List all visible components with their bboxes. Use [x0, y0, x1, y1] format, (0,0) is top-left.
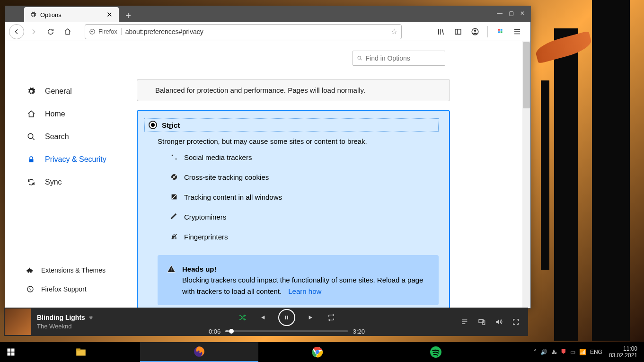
find-in-options-input[interactable] — [366, 54, 441, 62]
app-menu-button[interactable] — [510, 24, 525, 39]
svg-rect-5 — [498, 29, 500, 31]
sidebar-item-search[interactable]: Search — [26, 125, 128, 148]
tray-volume-icon[interactable]: 🔊 — [540, 349, 547, 355]
shuffle-button[interactable] — [238, 314, 246, 321]
svg-point-16 — [172, 155, 173, 156]
svg-rect-1 — [455, 29, 461, 34]
tray-battery-icon[interactable]: ▭ — [570, 349, 575, 355]
svg-line-10 — [361, 59, 362, 61]
tray-network-icon[interactable]: 🖧 — [551, 349, 557, 355]
sidebar-extensions-themes[interactable]: Extensions & Themes — [26, 261, 128, 280]
volume-button[interactable] — [495, 318, 503, 326]
devices-button[interactable] — [478, 318, 485, 326]
block-item-label: Fingerprinters — [184, 233, 228, 241]
close-window-button[interactable]: ✕ — [517, 9, 528, 18]
new-tab-button[interactable]: + — [122, 9, 135, 22]
svg-point-20 — [174, 177, 175, 178]
lock-icon — [26, 155, 36, 164]
queue-button[interactable] — [461, 318, 468, 326]
back-button[interactable] — [9, 24, 24, 39]
heads-up-title: Heads up! — [182, 265, 217, 273]
repeat-button[interactable] — [327, 314, 335, 321]
content-scrollbar[interactable] — [522, 41, 530, 308]
sidebar-button[interactable] — [450, 24, 466, 39]
music-player: Blinding Lights ♥ The Weeknd 0:06 3:20 — [4, 308, 528, 336]
minimize-button[interactable]: — — [494, 9, 505, 18]
forward-button[interactable] — [26, 24, 41, 39]
sidebar-item-sync[interactable]: Sync — [26, 171, 128, 194]
svg-point-17 — [176, 159, 177, 160]
like-icon[interactable]: ♥ — [89, 314, 93, 321]
blocked-list: Social media trackers Cross-site trackin… — [170, 153, 439, 241]
pause-button[interactable] — [278, 309, 295, 326]
firefox-window: Options ✕ + — ▢ ✕ Firefox about:pref — [5, 6, 531, 309]
library-button[interactable] — [433, 24, 449, 39]
sidebar-item-general[interactable]: General — [26, 80, 128, 103]
svg-text:?: ? — [29, 287, 32, 291]
preferences-content: General Home Search Privacy & Security S… — [5, 41, 530, 308]
tray-clock[interactable]: 11:00 03.02.2021 — [606, 345, 640, 359]
block-item-label: Cross-site tracking cookies — [184, 173, 269, 181]
fullscreen-button[interactable] — [512, 318, 520, 326]
block-item-label: Tracking content in all windows — [184, 193, 282, 201]
puzzle-icon — [26, 266, 35, 274]
home-button[interactable] — [60, 24, 75, 39]
tray-shield-icon[interactable]: ⛊ — [561, 349, 566, 355]
total-time: 3:20 — [353, 328, 365, 335]
site-identity[interactable]: Firefox — [89, 28, 122, 35]
taskbar-firefox[interactable] — [140, 342, 258, 362]
taskbar-spotify[interactable] — [377, 342, 495, 362]
address-bar[interactable]: Firefox about:preferences#privacy ☆ — [85, 24, 402, 39]
tray-language[interactable]: ENG — [590, 349, 602, 355]
extension-button[interactable] — [493, 24, 508, 39]
album-art[interactable] — [5, 309, 31, 335]
sidebar-firefox-support[interactable]: ? Firefox Support — [26, 280, 128, 299]
tab-title: Options — [40, 11, 102, 18]
find-in-options[interactable] — [353, 51, 445, 66]
svg-rect-28 — [76, 348, 80, 350]
browser-tab[interactable]: Options ✕ — [24, 7, 119, 22]
block-item-cryptominers: Cryptominers — [170, 212, 439, 221]
bookmark-star-icon[interactable]: ☆ — [391, 27, 397, 36]
svg-rect-6 — [501, 29, 503, 31]
taskbar-file-explorer[interactable] — [22, 342, 140, 362]
svg-point-9 — [358, 56, 361, 59]
previous-button[interactable] — [258, 314, 266, 321]
strict-radio-row[interactable]: Strict — [144, 118, 439, 132]
learn-how-link[interactable]: Learn how — [288, 287, 321, 295]
tray-wifi-icon[interactable]: 📶 — [579, 349, 586, 355]
track-title[interactable]: Blinding Lights — [37, 314, 85, 321]
radio-selected-icon[interactable] — [149, 121, 157, 129]
help-icon: ? — [26, 285, 35, 293]
tab-close-button[interactable]: ✕ — [106, 11, 113, 18]
system-tray: ˄ 🔊 🖧 ⛊ ▭ 📶 ENG 11:00 03.02.2021 — [534, 345, 644, 359]
standard-protection-box[interactable]: Balanced for protection and performance.… — [137, 79, 450, 101]
svg-rect-8 — [501, 31, 503, 33]
separator — [487, 26, 488, 37]
taskbar-chrome[interactable] — [258, 342, 377, 362]
strict-protection-box: Strict Stronger protection, but may caus… — [137, 110, 450, 308]
tray-chevron-icon[interactable]: ˄ — [534, 349, 537, 355]
gear-icon — [26, 87, 36, 96]
strict-label: Strict — [162, 121, 180, 129]
artist-name[interactable]: The Weeknd — [37, 323, 113, 330]
home-icon — [26, 110, 36, 118]
progress-bar[interactable] — [225, 330, 348, 332]
maximize-button[interactable]: ▢ — [506, 9, 516, 18]
svg-rect-7 — [498, 31, 500, 33]
reload-button[interactable] — [43, 24, 58, 39]
fingerprint-icon — [170, 232, 178, 241]
sidebar-label: Firefox Support — [41, 285, 87, 293]
search-icon — [26, 132, 36, 141]
account-button[interactable] — [468, 24, 483, 39]
sidebar-item-privacy[interactable]: Privacy & Security — [26, 148, 128, 171]
tray-date: 03.02.2021 — [609, 352, 637, 359]
start-button[interactable] — [0, 342, 22, 362]
search-icon — [357, 55, 363, 62]
scrollbar-thumb[interactable] — [523, 42, 530, 108]
next-button[interactable] — [308, 314, 315, 321]
titlebar: Options ✕ + — ▢ ✕ — [5, 6, 530, 22]
sidebar-item-home[interactable]: Home — [26, 103, 128, 125]
url-text: about:preferences#privacy — [125, 28, 387, 35]
windows-taskbar: ˄ 🔊 🖧 ⛊ ▭ 📶 ENG 11:00 03.02.2021 — [0, 342, 644, 362]
